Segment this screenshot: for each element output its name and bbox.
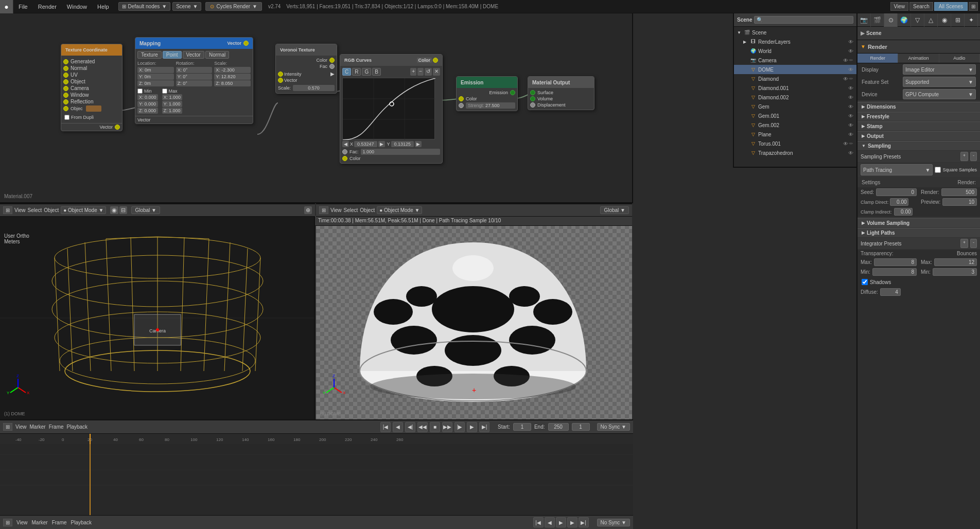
timeline-ruler[interactable]: -40 -20 0 20 40 60 80 100 120 140 160 18… (0, 434, 633, 444)
path-tracing-dropdown[interactable]: Path Tracing ▼ (861, 164, 933, 175)
prop-icon-world[interactable]: 🌍 (898, 13, 911, 27)
mapping-tab-vector[interactable]: Vector (183, 51, 204, 59)
tree-gem[interactable]: ▽ Gem 👁 (734, 102, 856, 111)
emission-node[interactable]: Emission Emission Color Strengt: 27.500 (456, 76, 518, 111)
engine-selector[interactable]: ⊙ Cycles Render ▼ (205, 2, 262, 11)
tree-gem-001[interactable]: ▽ Gem.001 👁 (734, 111, 856, 120)
material-output-node[interactable]: Material Output Surface Volume Displacem… (528, 76, 594, 110)
viewport-right[interactable]: + X Y Z (1) DOME (316, 217, 632, 419)
vp-left-type[interactable]: ⊞ (3, 206, 12, 214)
curve-y-arrow-right[interactable]: ▶ (415, 141, 422, 147)
tree-render-layers[interactable]: ▶ 🎞 RenderLayers 👁 (734, 37, 856, 46)
vp-right-mode-dropdown[interactable]: ● Object Mode ▼ (377, 206, 422, 214)
stop-btn[interactable]: ■ (430, 422, 440, 432)
tree-dome[interactable]: ▽ DOME 👁 (734, 65, 856, 74)
timeline-frame-menu[interactable]: Frame (49, 424, 64, 430)
start-frame-field[interactable]: 1 (513, 423, 531, 431)
outliner-options[interactable]: ⊞ (969, 2, 978, 11)
render-tab-audio[interactable]: Audio (939, 54, 980, 63)
tree-gem-002[interactable]: ▽ Gem.002 👁 (734, 120, 856, 130)
prop-icon-camera[interactable]: 📷 (857, 13, 871, 27)
dimensions-section[interactable]: Dimensions (857, 102, 980, 112)
prop-icon-texture[interactable]: ⊞ (951, 13, 965, 27)
voronoi-scale-field[interactable]: 0.570 (293, 85, 335, 91)
tree-plane[interactable]: ▽ Plane 👁 (734, 130, 856, 139)
light-paths-section[interactable]: Light Paths (857, 228, 980, 238)
menu-render[interactable]: Render (33, 0, 62, 13)
prop-icon-scene[interactable]: 🎬 (871, 13, 884, 27)
timeline-playback-menu[interactable]: Playback (67, 424, 88, 430)
play-reverse-btn[interactable]: ◀◀ (417, 422, 428, 432)
tab-g[interactable]: G (362, 68, 371, 76)
current-frame-field[interactable]: 1 (572, 423, 590, 431)
rot-z-field[interactable]: Z: 0° (176, 80, 213, 86)
tab-r[interactable]: R (352, 68, 361, 76)
vp-left-manip[interactable]: ⊕ (304, 206, 312, 214)
prop-icon-particles[interactable]: ✦ (965, 13, 978, 27)
curve-remove-point[interactable]: − (417, 68, 424, 76)
sampling-presets-remove[interactable]: - (970, 152, 977, 161)
from-dupli-check[interactable] (64, 115, 69, 120)
min-z[interactable]: Z: 0.000 (137, 108, 158, 114)
vp-left-global-dropdown[interactable]: Global ▼ (131, 206, 160, 214)
sync-dropdown[interactable]: No Sync ▼ (597, 423, 630, 431)
stamp-section[interactable]: Stamp (857, 121, 980, 131)
sampling-section-title[interactable]: Sampling (857, 141, 980, 151)
diffuse-field[interactable]: 4 (880, 288, 901, 296)
viewport-left[interactable]: User Ortho Meters (0, 217, 315, 419)
prop-icon-object[interactable]: ▽ (911, 13, 924, 27)
render-samples-field[interactable]: 500 (941, 188, 977, 196)
search-btn[interactable]: Search (909, 2, 933, 11)
tab-c[interactable]: C (342, 68, 351, 76)
volume-sampling-section[interactable]: Volume Sampling (857, 218, 980, 228)
vp-right-type[interactable]: ⊞ (319, 206, 328, 214)
curve-add-point[interactable]: + (410, 68, 416, 76)
jump-end-btn[interactable]: ▶| (479, 422, 489, 432)
min-x[interactable]: X: 0.000 (137, 94, 158, 100)
render-tab-render[interactable]: Render (857, 54, 898, 63)
shadows-check[interactable] (862, 279, 868, 285)
curve-close[interactable]: ✕ (433, 68, 440, 76)
tree-diamond-001[interactable]: ▽ Diamond.001 👁 (734, 83, 856, 93)
prev-keyframe-btn[interactable]: ◀| (405, 422, 415, 432)
preview-samples-field[interactable]: 10 (942, 198, 977, 206)
rgb-curves-node[interactable]: RGB Curves Color C R G B + − ↺ ✕ (340, 54, 443, 164)
mapping-tab-point[interactable]: Point (163, 51, 182, 59)
integrator-remove[interactable]: - (970, 239, 977, 248)
display-dropdown[interactable]: Image Editor ▼ (903, 64, 976, 75)
vp-left-mode-dropdown[interactable]: ● Object Mode ▼ (61, 206, 106, 214)
tree-diamond[interactable]: ▽ Diamond 👁 ✏ (734, 74, 856, 83)
node-editor-selector[interactable]: ⊞ Default nodes ▼ (118, 2, 171, 11)
device-dropdown[interactable]: GPU Compute ▼ (903, 89, 976, 99)
feature-set-dropdown[interactable]: Supported ▼ (903, 77, 976, 87)
timeline-marker-menu[interactable]: Marker (30, 424, 46, 430)
bottom-play[interactable]: ▶ (556, 517, 566, 527)
curve-x-arrow-left[interactable]: ◀ (342, 141, 349, 147)
integrator-add[interactable]: + (960, 239, 968, 248)
play-btn[interactable]: ▶▶ (442, 422, 452, 432)
menu-window[interactable]: Window (62, 0, 92, 13)
seed-field[interactable]: 0 (876, 188, 917, 196)
scale-x-field[interactable]: X: -2.300 (214, 67, 251, 73)
menu-file[interactable]: File (13, 0, 33, 13)
menu-help[interactable]: Help (92, 0, 114, 13)
vp-right-view-menu[interactable]: View (330, 207, 342, 213)
max-check[interactable] (162, 89, 167, 94)
vp-left-wire-btn[interactable]: ⊟ (119, 206, 127, 214)
bottom-next[interactable]: ▶ (567, 517, 577, 527)
loc-z-field[interactable]: Z: 0m (137, 80, 174, 86)
texture-coordinate-node[interactable]: Texture Coordinate Generated Normal UV O… (61, 44, 122, 131)
rot-x-field[interactable]: X: 0° (176, 67, 213, 73)
curve-reset[interactable]: ↺ (425, 68, 432, 76)
tree-torus-001[interactable]: ▽ Torus.001 👁 ✏ (734, 139, 856, 148)
jump-start-btn[interactable]: |◀ (380, 422, 391, 432)
curve-x-value[interactable]: 0.53247 (354, 141, 377, 147)
sampling-presets-add[interactable]: + (960, 152, 968, 161)
vp-left-view-menu[interactable]: View (14, 207, 26, 213)
render-tab-animation[interactable]: Animation (898, 54, 939, 63)
vp-right-object-menu[interactable]: Object (360, 207, 375, 213)
loc-y-field[interactable]: Y: 0m (137, 74, 174, 80)
bottom-jump-start[interactable]: |◀ (533, 517, 544, 527)
bounce-min-field[interactable]: 3 (933, 268, 977, 276)
vp-left-select-menu[interactable]: Select (28, 207, 42, 213)
